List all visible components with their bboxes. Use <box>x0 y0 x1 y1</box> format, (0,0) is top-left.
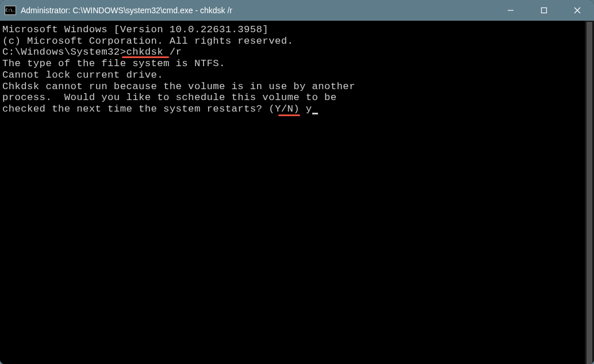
minimize-button[interactable] <box>494 0 527 21</box>
close-button[interactable] <box>561 0 594 21</box>
cmd-icon: C:\. <box>5 6 16 15</box>
output-line: (c) Microsoft Corporation. All rights re… <box>2 36 582 47</box>
input-line: checked the next time the system restart… <box>2 104 582 115</box>
output-line: The type of the file system is NTFS. <box>2 58 582 70</box>
window-title: Administrator: C:\WINDOWS\system32\cmd.e… <box>21 6 494 15</box>
maximize-icon <box>541 7 547 14</box>
scrollbar[interactable] <box>585 21 594 364</box>
output-line: Cannot lock current drive. <box>2 70 582 81</box>
prompt-question: checked the next time the system restart… <box>2 104 306 114</box>
window-controls <box>494 0 594 21</box>
maximize-button[interactable] <box>527 0 561 21</box>
cursor <box>312 113 318 114</box>
svg-rect-1 <box>542 8 547 13</box>
close-icon <box>574 7 581 14</box>
terminal-content[interactable]: Microsoft Windows [Version 10.0.22631.39… <box>0 21 585 364</box>
output-line: Microsoft Windows [Version 10.0.22631.39… <box>2 24 582 36</box>
minimize-icon <box>507 7 514 14</box>
prompt-line: C:\Windows\System32>chkdsk /r <box>2 47 582 58</box>
user-input: y <box>306 104 312 114</box>
output-line: Chkdsk cannot run because the volume is … <box>2 81 582 93</box>
terminal-area: Microsoft Windows [Version 10.0.22631.39… <box>0 21 594 364</box>
annotation-underline <box>278 114 300 116</box>
cmd-window: C:\. Administrator: C:\WINDOWS\system32\… <box>0 0 594 364</box>
output-line: process. Would you like to schedule this… <box>2 92 582 104</box>
cmd-icon-text: C:\. <box>6 9 16 13</box>
titlebar[interactable]: C:\. Administrator: C:\WINDOWS\system32\… <box>0 0 594 21</box>
scrollbar-thumb[interactable] <box>587 22 592 364</box>
